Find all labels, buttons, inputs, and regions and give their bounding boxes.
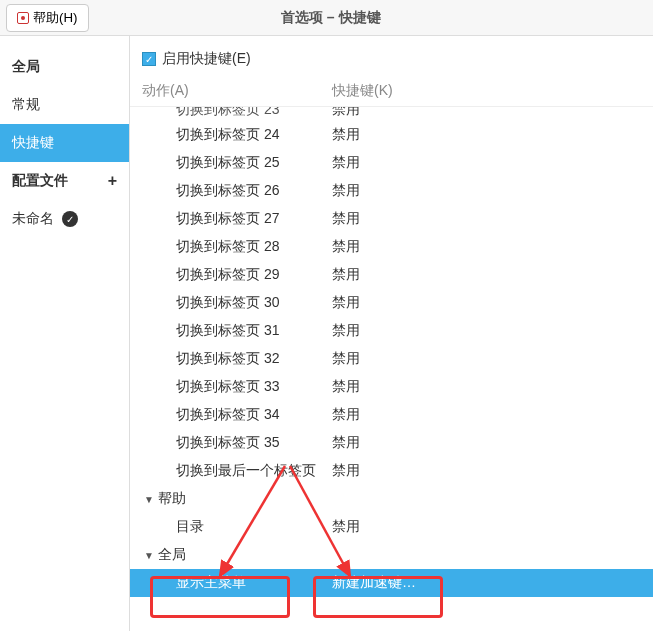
table-row[interactable]: 切换到标签页 25禁用 xyxy=(130,149,653,177)
table-row-selected[interactable]: 显示主菜单新建加速键… xyxy=(130,569,653,597)
sidebar-profile-label: 未命名 xyxy=(12,210,54,228)
column-header-key[interactable]: 快捷键(K) xyxy=(332,82,641,100)
table-row[interactable]: 切换到标签页 27禁用 xyxy=(130,205,653,233)
table-row[interactable]: 切换到标签页 24禁用 xyxy=(130,121,653,149)
key-cell: 禁用 xyxy=(332,462,641,480)
check-icon: ✓ xyxy=(62,211,78,227)
action-cell: 切换到标签页 25 xyxy=(176,154,332,172)
key-cell: 禁用 xyxy=(332,322,641,340)
key-cell: 禁用 xyxy=(332,266,641,284)
sidebar-config-label: 配置文件 xyxy=(12,172,68,190)
action-cell: 切换到标签页 26 xyxy=(176,182,332,200)
table-row[interactable]: 切换到标签页 31禁用 xyxy=(130,317,653,345)
table-row[interactable]: 目录禁用 xyxy=(130,513,653,541)
action-cell: 切换到标签页 23 xyxy=(176,107,332,119)
sidebar-section-global: 全局 xyxy=(0,48,129,86)
key-cell: 禁用 xyxy=(332,238,641,256)
key-cell: 禁用 xyxy=(332,107,641,119)
table-row[interactable]: 切换到最后一个标签页禁用 xyxy=(130,457,653,485)
action-cell: 显示主菜单 xyxy=(176,574,332,592)
shortcuts-table[interactable]: 切换到标签页 23 禁用 切换到标签页 24禁用切换到标签页 25禁用切换到标签… xyxy=(130,107,653,631)
key-cell: 禁用 xyxy=(332,154,641,172)
action-cell: 切换到最后一个标签页 xyxy=(176,462,332,480)
action-cell: 切换到标签页 29 xyxy=(176,266,332,284)
column-header-action[interactable]: 动作(A) xyxy=(142,82,332,100)
window-title: 首选项 – 快捷键 xyxy=(89,9,573,27)
action-cell: 切换到标签页 30 xyxy=(176,294,332,312)
table-row[interactable]: 切换到标签页 26禁用 xyxy=(130,177,653,205)
table-row[interactable]: 切换到标签页 35禁用 xyxy=(130,429,653,457)
action-cell: 切换到标签页 31 xyxy=(176,322,332,340)
app-icon xyxy=(17,12,29,24)
table-row[interactable]: 切换到标签页 29禁用 xyxy=(130,261,653,289)
chevron-down-icon: ▼ xyxy=(144,550,154,561)
chevron-down-icon: ▼ xyxy=(144,494,154,505)
key-cell: 禁用 xyxy=(332,294,641,312)
sidebar-section-config: 配置文件 + xyxy=(0,162,129,200)
action-cell: 切换到标签页 34 xyxy=(176,406,332,424)
action-cell: 切换到标签页 24 xyxy=(176,126,332,144)
key-cell: 禁用 xyxy=(332,406,641,424)
table-row[interactable]: 切换到标签页 30禁用 xyxy=(130,289,653,317)
help-menu-label: 帮助(H) xyxy=(33,9,78,27)
table-row[interactable]: 切换到标签页 23 禁用 xyxy=(130,107,653,121)
action-cell: 目录 xyxy=(176,518,332,536)
enable-shortcuts-checkbox[interactable]: ✓ xyxy=(142,52,156,66)
sidebar-item-general[interactable]: 常规 xyxy=(0,86,129,124)
table-row[interactable]: 切换到标签页 34禁用 xyxy=(130,401,653,429)
key-cell: 禁用 xyxy=(332,434,641,452)
enable-shortcuts-label: 启用快捷键(E) xyxy=(162,50,251,68)
table-row[interactable]: 切换到标签页 33禁用 xyxy=(130,373,653,401)
help-menu-button[interactable]: 帮助(H) xyxy=(6,4,89,32)
group-row-help[interactable]: ▼帮助 xyxy=(130,485,653,513)
key-cell: 禁用 xyxy=(332,350,641,368)
action-cell: 切换到标签页 27 xyxy=(176,210,332,228)
group-label: 帮助 xyxy=(158,490,186,508)
group-label: 全局 xyxy=(158,546,186,564)
sidebar: 全局 常规 快捷键 配置文件 + 未命名 ✓ xyxy=(0,36,130,631)
key-cell: 禁用 xyxy=(332,518,641,536)
action-cell: 切换到标签页 33 xyxy=(176,378,332,396)
sidebar-item-shortcuts[interactable]: 快捷键 xyxy=(0,124,129,162)
action-cell: 切换到标签页 32 xyxy=(176,350,332,368)
action-cell: 切换到标签页 35 xyxy=(176,434,332,452)
group-row-global[interactable]: ▼全局 xyxy=(130,541,653,569)
key-cell: 禁用 xyxy=(332,378,641,396)
key-cell: 禁用 xyxy=(332,126,641,144)
table-header: 动作(A) 快捷键(K) xyxy=(130,76,653,107)
table-row[interactable]: 切换到标签页 32禁用 xyxy=(130,345,653,373)
add-profile-button[interactable]: + xyxy=(108,172,117,190)
sidebar-profile-item[interactable]: 未命名 ✓ xyxy=(0,200,129,238)
key-cell: 禁用 xyxy=(332,182,641,200)
key-cell: 新建加速键… xyxy=(332,574,641,592)
key-cell: 禁用 xyxy=(332,210,641,228)
action-cell: 切换到标签页 28 xyxy=(176,238,332,256)
table-row[interactable]: 切换到标签页 28禁用 xyxy=(130,233,653,261)
